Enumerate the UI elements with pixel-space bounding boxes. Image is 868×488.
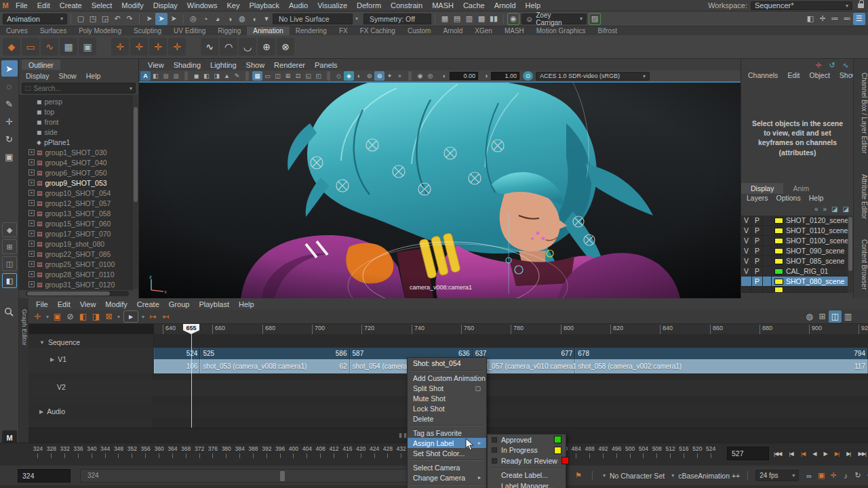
split-pane-layout-icon[interactable]: ◫ (2, 256, 17, 271)
isolate-select-icon[interactable]: ◉ (415, 71, 425, 81)
shelf-remove-key-icon[interactable]: ✛ (149, 38, 167, 56)
paint-select-tool-icon[interactable]: ✎ (1, 96, 18, 112)
layer-visibility-toggle[interactable]: V (741, 256, 752, 266)
outliner-hscrollbar[interactable] (26, 291, 129, 296)
gamma-icon[interactable]: ◑ (481, 71, 491, 81)
shelf-tab[interactable]: UV Editing (167, 26, 212, 35)
create-shot-icon[interactable]: ✛ (31, 310, 44, 323)
sidebar-vertical-tab[interactable]: Channel Box / Layer Editor (854, 62, 868, 161)
layer-playback-toggle[interactable]: P (752, 216, 763, 225)
expand-icon[interactable]: + (28, 261, 35, 267)
label-submenu-item[interactable]: Create Label... (488, 470, 566, 481)
layer-playback-toggle[interactable]: P (752, 256, 763, 266)
menu-item[interactable]: Cache (458, 1, 490, 10)
viewport-menu-item[interactable]: Shading (169, 60, 205, 70)
menu-item[interactable]: Edit (33, 1, 55, 10)
outliner-item[interactable]: + ◼ side (19, 127, 133, 137)
insert-shot-icon[interactable]: ◧ (77, 310, 90, 323)
outliner-item[interactable]: + ◈ pPlane1 (19, 137, 133, 147)
menu-item[interactable]: Constrain (386, 1, 427, 10)
context-menu-item[interactable]: Delete (408, 413, 486, 424)
panel-menu-item[interactable]: Display (22, 71, 53, 81)
menu-item[interactable]: Visualize (313, 1, 352, 10)
context-menu-item[interactable]: Tag as Favorite (408, 428, 486, 438)
exposure-icon[interactable]: ◐ (439, 71, 450, 81)
chevron-down-icon[interactable]: ▾ (130, 85, 132, 92)
live-surface-dropdown[interactable]: No Live Surface (273, 14, 353, 24)
scale-tool-icon[interactable]: ▣ (1, 148, 18, 165)
shot-clip[interactable]: 106 (154, 359, 200, 373)
set-shot-in-icon[interactable]: ↦ (146, 310, 159, 323)
shelf-tab[interactable]: Custom (401, 26, 437, 35)
sequencer-menu-item[interactable]: Group (164, 300, 195, 309)
magnifier-icon[interactable] (4, 307, 14, 319)
menu-item[interactable]: Select (87, 1, 117, 10)
anim-snap-icon[interactable]: ✛ (827, 470, 840, 482)
display-layer-row[interactable] (741, 287, 848, 293)
snap-point-icon[interactable]: ◕ (212, 13, 224, 25)
snap-options-arrow-icon[interactable]: ▾ (260, 13, 273, 25)
move-layer-up-icon[interactable]: « (814, 205, 818, 213)
character-set-dropdown[interactable]: No Character Set (610, 472, 665, 480)
set-shot-out-icon[interactable]: ↤ (159, 310, 172, 323)
panel-menu-item[interactable]: Layers (743, 193, 772, 203)
context-menu-item[interactable]: Split Shot ▢ (408, 383, 486, 393)
label-checkbox[interactable] (492, 437, 497, 443)
menu-item[interactable]: Arnold (490, 1, 521, 10)
exposure-field[interactable]: 0.00 (450, 72, 478, 80)
playblast-options-icon[interactable]: ▾ (140, 310, 146, 323)
shelf-orient-icon[interactable]: ⊗ (277, 38, 294, 56)
step-back-frame-button[interactable]: |◀ (800, 446, 806, 461)
shelf-keyframe-icon[interactable]: ◆ (3, 38, 20, 56)
layer-color-swatch[interactable] (774, 279, 783, 285)
layer-visibility-toggle[interactable]: V (741, 226, 752, 235)
outliner-item[interactable]: + ▤ group31_SHOT_0120 (19, 279, 133, 289)
shelf-tab[interactable]: Rigging (212, 26, 247, 35)
lit-mode-icon[interactable]: ◧ (151, 71, 161, 81)
outliner-item[interactable]: + ◼ front (19, 117, 133, 127)
loop-icon[interactable]: ∞ (803, 470, 815, 482)
resolution-gate-icon[interactable]: ◫ (273, 71, 283, 81)
display-layer-row[interactable]: V P CAL_RIG_01 (741, 266, 848, 277)
humanik-icon[interactable]: ✛ (816, 13, 829, 25)
graphed-channels-icon[interactable]: ∿ (841, 60, 850, 70)
layer-editor-tab[interactable]: Display (741, 183, 783, 194)
menu-item[interactable]: Help (521, 1, 546, 10)
select-hierarchy-mode-icon[interactable]: ➤ (167, 13, 180, 25)
shelf-tab[interactable]: XGen (469, 26, 498, 35)
shelf-arc-up-icon[interactable]: ◠ (220, 38, 237, 56)
sequencer-menu-item[interactable]: Create (132, 300, 164, 309)
track-label-audio[interactable]: ▶Audio (39, 407, 65, 415)
panel-menu-item[interactable]: Help (82, 71, 105, 81)
color-management-icon[interactable]: ⊙ (523, 71, 533, 81)
expand-icon[interactable]: + (28, 169, 35, 176)
lasso-tool-icon[interactable]: ◌ (1, 78, 18, 94)
expand-icon[interactable]: + (28, 241, 35, 247)
play-backward-button[interactable]: ◀ (812, 446, 816, 461)
workspace-dropdown[interactable]: Sequencer* ▾ (751, 1, 852, 10)
shot-range-segment[interactable]: 524 (154, 348, 200, 359)
step-back-key-button[interactable]: |◀ (789, 446, 794, 461)
attribute-editor-icon[interactable]: ≔ (829, 13, 841, 25)
film-gate-icon[interactable]: ▭ (262, 71, 273, 81)
menu-item[interactable]: Windows (182, 1, 222, 10)
shelf-tab[interactable]: Arnold (437, 26, 469, 35)
wireframe-icon[interactable]: ◇ (334, 71, 344, 81)
outliner-item[interactable]: + ▤ group17_SHOT_070 (19, 228, 133, 239)
layout-toggle-icon[interactable]: ◫ (829, 310, 842, 323)
frame-all-icon[interactable]: ⊞ (816, 310, 829, 323)
new-scene-icon[interactable]: ▢ (75, 13, 87, 25)
gate-mask-icon[interactable]: ⊞ (283, 71, 293, 81)
layer-visibility-toggle[interactable]: V (741, 236, 752, 245)
panel-menu-icon[interactable]: ▥ (842, 310, 854, 323)
search-input[interactable] (34, 85, 124, 92)
layer-list-scrollbar[interactable] (848, 216, 853, 293)
gamma-field[interactable]: 1.00 (491, 72, 519, 80)
outliner-item[interactable]: + ▤ group9_SHOT_053 (19, 178, 133, 188)
sequencer-menu-item[interactable]: Playblast (194, 300, 234, 309)
layer-visibility-toggle[interactable]: V (741, 216, 752, 225)
separator[interactable] (327, 71, 330, 81)
menu-item[interactable]: Audio (284, 1, 313, 10)
redo-icon[interactable]: ↷ (123, 13, 136, 25)
create-layer-from-selection-icon[interactable]: ◪ (843, 205, 849, 213)
